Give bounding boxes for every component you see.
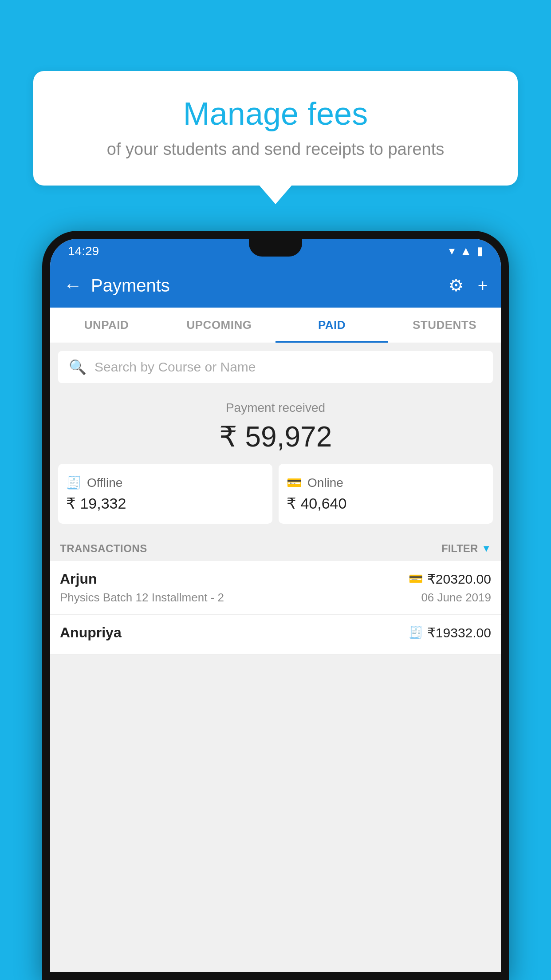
phone-notch: [249, 239, 302, 257]
payment-type-icon-2: 🧾: [409, 626, 423, 640]
online-label: Online: [307, 476, 343, 490]
offline-label: Offline: [87, 476, 122, 490]
filter-button[interactable]: FILTER ▼: [441, 542, 491, 555]
transaction-amount-2: 🧾 ₹19332.00: [409, 625, 491, 640]
transaction-course-1: Physics Batch 12 Installment - 2: [60, 591, 224, 605]
content-area: 🔍 Search by Course or Name Payment recei…: [50, 343, 501, 972]
online-icon: 💳: [287, 475, 302, 490]
offline-amount: ₹ 19,332: [66, 494, 126, 512]
transaction-name-1: Arjun: [60, 571, 97, 587]
payment-received-label: Payment received: [58, 401, 493, 415]
filter-label-text: FILTER: [441, 542, 478, 555]
bubble-subtitle: of your students and send receipts to pa…: [60, 140, 491, 159]
offline-icon: 🧾: [66, 475, 82, 490]
transaction-top-1: Arjun 💳 ₹20320.00: [60, 571, 491, 587]
online-payment-card: 💳 Online ₹ 40,640: [279, 464, 493, 524]
tab-students[interactable]: STUDENTS: [388, 308, 501, 343]
tab-upcoming[interactable]: UPCOMING: [163, 308, 276, 343]
payment-summary: Payment received ₹ 59,972 🧾 Offline ₹ 19…: [50, 383, 501, 532]
back-button[interactable]: ←: [63, 275, 82, 296]
table-row[interactable]: Arjun 💳 ₹20320.00 Physics Batch 12 Insta…: [50, 561, 501, 615]
battery-icon: ▮: [477, 244, 483, 258]
app-bar: ← Payments ⚙ +: [50, 263, 501, 308]
add-icon[interactable]: +: [478, 276, 488, 295]
phone-frame: 14:29 ▾ ▲ ▮ ← Payments ⚙ + UNPAID UPCOMI…: [42, 231, 509, 980]
transaction-name-2: Anupriya: [60, 624, 122, 641]
offline-card-header: 🧾 Offline: [66, 475, 122, 490]
offline-payment-card: 🧾 Offline ₹ 19,332: [58, 464, 272, 524]
search-icon: 🔍: [69, 359, 87, 375]
speech-bubble: Manage fees of your students and send re…: [33, 71, 518, 186]
status-icons: ▾ ▲ ▮: [449, 244, 483, 258]
filter-icon: ▼: [481, 543, 491, 554]
signal-icon: ▲: [460, 244, 472, 258]
settings-icon[interactable]: ⚙: [449, 276, 464, 295]
transactions-header: TRANSACTIONS FILTER ▼: [50, 532, 501, 561]
phone-screen: 14:29 ▾ ▲ ▮ ← Payments ⚙ + UNPAID UPCOMI…: [50, 239, 501, 972]
payment-type-icon-1: 💳: [409, 572, 423, 586]
transaction-top-2: Anupriya 🧾 ₹19332.00: [60, 624, 491, 641]
transaction-amount-1: 💳 ₹20320.00: [409, 571, 491, 587]
tab-unpaid[interactable]: UNPAID: [50, 308, 163, 343]
tab-paid[interactable]: PAID: [276, 308, 388, 343]
app-bar-title: Payments: [91, 276, 449, 296]
search-placeholder: Search by Course or Name: [94, 360, 256, 375]
app-bar-actions: ⚙ +: [449, 276, 488, 295]
bubble-title: Manage fees: [60, 95, 491, 132]
tabs: UNPAID UPCOMING PAID STUDENTS: [50, 308, 501, 343]
search-bar[interactable]: 🔍 Search by Course or Name: [58, 351, 493, 383]
table-row[interactable]: Anupriya 🧾 ₹19332.00: [50, 615, 501, 655]
payment-cards: 🧾 Offline ₹ 19,332 💳 Online ₹ 40,640: [58, 464, 493, 524]
transaction-bottom-1: Physics Batch 12 Installment - 2 06 June…: [60, 591, 491, 605]
wifi-icon: ▾: [449, 244, 455, 258]
online-amount: ₹ 40,640: [287, 494, 346, 512]
status-time: 14:29: [68, 244, 99, 258]
payment-total-amount: ₹ 59,972: [58, 420, 493, 453]
online-card-header: 💳 Online: [287, 475, 343, 490]
transactions-label: TRANSACTIONS: [60, 542, 147, 555]
transaction-date-1: 06 June 2019: [421, 591, 491, 605]
